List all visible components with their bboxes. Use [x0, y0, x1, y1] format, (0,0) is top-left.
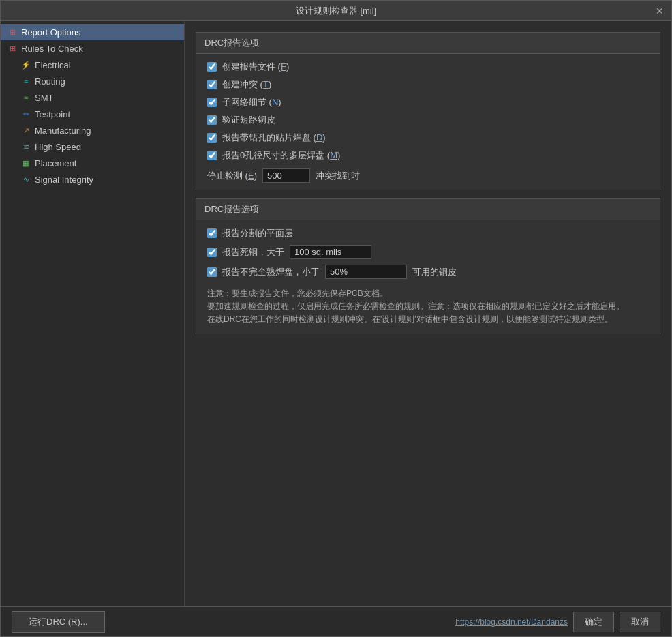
sidebar-item-rules-to-check[interactable]: ⊞Rules To Check — [1, 40, 184, 57]
routing-label: Routing — [35, 76, 65, 87]
label-opt2: 创建冲突 (T) — [222, 78, 271, 91]
stop-detection-row: 停止检测 (E)冲突找到时 — [207, 168, 649, 183]
input-row2[interactable] — [290, 245, 371, 259]
option-row-opt6: 报告0孔径尺寸的多层焊盘 (M) — [207, 149, 649, 162]
title-bar: 设计规则检查器 [mil] ✕ — [1, 1, 671, 21]
cancel-button[interactable]: 取消 — [620, 612, 660, 632]
signal-integrity-label: Signal Integrity — [35, 175, 93, 185]
stop-detection-label: 停止检测 (E) — [207, 170, 257, 182]
sidebar: ⊞Report Options⊞Rules To Check⚡Electrica… — [1, 21, 185, 606]
high-speed-label: High Speed — [35, 142, 81, 152]
electrical-icon: ⚡ — [20, 59, 32, 70]
section2-body: 报告分割的平面层报告死铜，大于报告不完全熟焊盘，小于可用的铜皮注意：要生成报告文… — [196, 220, 660, 334]
label-row3: 报告不完全熟焊盘，小于 — [222, 266, 320, 278]
smt-label: SMT — [35, 93, 53, 103]
right-panel: DRC报告选项 创建报告文件 (F)创建冲突 (T)子网络细节 (N)验证短路铜… — [185, 21, 671, 606]
section1-header: DRC报告选项 — [196, 33, 660, 54]
electrical-label: Electrical — [35, 60, 71, 70]
url-link[interactable]: https://blog.csdn.net/Dandanzs — [455, 617, 568, 627]
bottom-right: https://blog.csdn.net/Dandanzs 确定 取消 — [455, 612, 660, 632]
section1-box: DRC报告选项 创建报告文件 (F)创建冲突 (T)子网络细节 (N)验证短路铜… — [196, 32, 660, 190]
label-row2: 报告死铜，大于 — [222, 246, 284, 258]
testpoint-label: Testpoint — [35, 109, 70, 119]
smt-icon: ≈ — [20, 92, 32, 103]
close-button[interactable]: ✕ — [654, 5, 666, 17]
placement-icon: ▦ — [20, 158, 32, 168]
checkbox-opt1[interactable] — [207, 62, 217, 72]
option-row-opt1: 创建报告文件 (F) — [207, 61, 649, 73]
sidebar-item-smt[interactable]: ≈SMT — [1, 89, 184, 106]
ok-button[interactable]: 确定 — [573, 612, 614, 632]
label-opt3: 子网络细节 (N) — [222, 96, 281, 108]
sidebar-item-placement[interactable]: ▦Placement — [1, 155, 184, 171]
checkbox-row2[interactable] — [207, 248, 217, 257]
label-opt4: 验证短路铜皮 — [222, 114, 275, 126]
manufacturing-icon: ↗ — [20, 125, 32, 136]
label-opt6: 报告0孔径尺寸的多层焊盘 (M) — [222, 149, 340, 162]
stop-detection-input[interactable] — [262, 168, 310, 183]
testpoint-icon: ✏ — [20, 108, 32, 119]
checkbox-opt6[interactable] — [207, 151, 217, 160]
sidebar-item-electrical[interactable]: ⚡Electrical — [1, 57, 184, 73]
sidebar-item-report-options[interactable]: ⊞Report Options — [1, 24, 184, 40]
sidebar-item-signal-integrity[interactable]: ∿Signal Integrity — [1, 171, 184, 188]
window-title: 设计规则检查器 [mil] — [296, 5, 376, 17]
value-row-row3: 报告不完全熟焊盘，小于可用的铜皮 — [207, 265, 649, 279]
option-row-opt3: 子网络细节 (N) — [207, 96, 649, 108]
sidebar-item-routing[interactable]: ≈Routing — [1, 73, 184, 89]
sidebar-item-manufacturing[interactable]: ↗Manufacturing — [1, 122, 184, 138]
stop-after-text: 冲突找到时 — [316, 170, 360, 182]
checkbox-opt5[interactable] — [207, 133, 217, 143]
label-row1: 报告分割的平面层 — [222, 227, 293, 239]
after-text-row3: 可用的铜皮 — [412, 266, 457, 278]
checkbox-row3[interactable] — [207, 267, 217, 277]
value-row-row1: 报告分割的平面层 — [207, 227, 649, 239]
value-row-row2: 报告死铜，大于 — [207, 245, 649, 259]
manufacturing-label: Manufacturing — [35, 125, 91, 136]
rules-to-check-label: Rules To Check — [21, 44, 83, 54]
option-row-opt5: 报告带钻孔的贴片焊盘 (D) — [207, 132, 649, 144]
high-speed-icon: ≋ — [20, 141, 32, 152]
routing-icon: ≈ — [20, 76, 32, 87]
signal-integrity-icon: ∿ — [20, 174, 32, 185]
bottom-bar: 运行DRC (R)... https://blog.csdn.net/Danda… — [1, 606, 671, 636]
sidebar-item-high-speed[interactable]: ≋High Speed — [1, 138, 184, 155]
label-opt1: 创建报告文件 (F) — [222, 61, 289, 73]
input-row3[interactable] — [325, 265, 407, 279]
section2-box: DRC报告选项 报告分割的平面层报告死铜，大于报告不完全熟焊盘，小于可用的铜皮注… — [196, 198, 660, 334]
checkbox-opt2[interactable] — [207, 80, 217, 89]
label-opt5: 报告带钻孔的贴片焊盘 (D) — [222, 132, 326, 144]
run-drc-button[interactable]: 运行DRC (R)... — [12, 611, 105, 633]
section1-body: 创建报告文件 (F)创建冲突 (T)子网络细节 (N)验证短路铜皮报告带钻孔的贴… — [196, 54, 660, 190]
section2-header: DRC报告选项 — [196, 199, 660, 220]
report-options-label: Report Options — [21, 27, 80, 38]
checkbox-opt3[interactable] — [207, 98, 217, 107]
checkbox-row1[interactable] — [207, 228, 217, 238]
sidebar-item-testpoint[interactable]: ✏Testpoint — [1, 106, 184, 122]
option-row-opt4: 验证短路铜皮 — [207, 114, 649, 126]
note-text: 注意：要生成报告文件，您必须先保存PCB文档。 要加速规则检查的过程，仅启用完成… — [207, 287, 649, 327]
main-window: 设计规则检查器 [mil] ✕ ⊞Report Options⊞Rules To… — [0, 0, 672, 637]
checkbox-opt4[interactable] — [207, 115, 217, 125]
placement-label: Placement — [35, 158, 76, 168]
option-row-opt2: 创建冲突 (T) — [207, 78, 649, 91]
report-options-icon: ⊞ — [6, 27, 18, 38]
main-content: ⊞Report Options⊞Rules To Check⚡Electrica… — [1, 21, 671, 606]
rules-to-check-icon: ⊞ — [6, 43, 18, 54]
